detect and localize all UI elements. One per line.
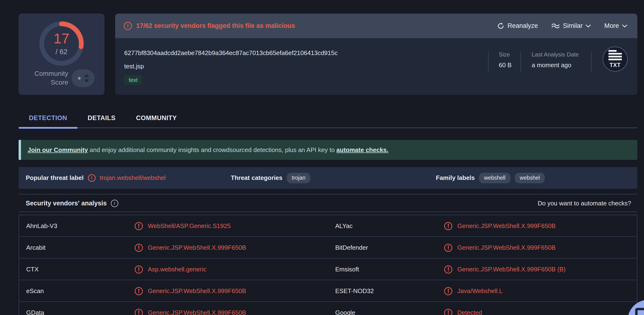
detection-result: ! Generic.JSP.WebShell.X.999F650B: [135, 237, 246, 259]
threat-classification-row: Popular threat label ! trojan.webshell/w…: [18, 167, 637, 189]
similar-button[interactable]: Similar: [551, 22, 591, 29]
divider: [488, 51, 488, 72]
divider: [18, 212, 637, 212]
table-row: AhnLab-V3 ! WebShell/ASP.Generic.S1925 A…: [19, 215, 637, 237]
family-label-pill[interactable]: webshell: [479, 173, 510, 183]
vendor-name: eScan: [26, 280, 44, 302]
detection-alert-bar: ! 17/62 security vendors flagged this fi…: [115, 13, 637, 38]
vendor-name: GData: [26, 302, 44, 315]
automate-checks-question[interactable]: Do you want to automate checks?: [538, 200, 637, 207]
file-hash: 6277bf8304aadcdd2aebe7842b9a364ec87ac701…: [124, 49, 338, 57]
table-row: Arcabit ! Generic.JSP.WebShell.X.999F650…: [19, 237, 637, 259]
detection-result: ! WebShell/ASP.Generic.S1925: [135, 215, 230, 237]
filetype-label: TXT: [610, 62, 621, 68]
alert-icon: !: [444, 266, 452, 274]
vendor-name: Google: [335, 302, 355, 315]
vote-down-icon[interactable]: [84, 79, 89, 83]
vendor-name: AhnLab-V3: [26, 215, 57, 237]
table-row: CTX ! Asp.webshell.generic Emsisoft ! Ge…: [19, 259, 637, 280]
family-labels-group: Family labels webshell webshel: [436, 167, 545, 189]
detection-result: ! Generic.JSP.WebShell.X.999F650B: [135, 302, 246, 315]
detection-result: ! Asp.webshell.generic: [135, 259, 206, 280]
last-analysis-label: Last Analysis Date: [532, 51, 579, 58]
banner-text: and enjoy additional community insights …: [88, 146, 336, 153]
alert-icon: !: [135, 287, 143, 295]
divider: [18, 194, 637, 194]
vendor-name: Arcabit: [26, 237, 46, 259]
size-label: Size: [499, 51, 512, 58]
community-vote-stepper[interactable]: [72, 69, 94, 87]
join-community-banner: Join our Community and enjoy additional …: [18, 140, 637, 160]
donut-center: 17 / 62: [44, 26, 79, 61]
vendor-name: BitDefender: [335, 237, 368, 259]
detection-result: ! Generic.JSP.WebShell.X.999F650B: [444, 215, 556, 237]
table-row: eScan ! Generic.JSP.WebShell.X.999F650B …: [19, 280, 637, 302]
community-score-label: Community Score: [34, 69, 68, 87]
alert-message: 17/62 security vendors flagged this file…: [136, 22, 295, 29]
file-tag-text[interactable]: text: [124, 75, 142, 85]
detection-result: ! Detected: [444, 302, 482, 315]
report-tabs: DETECTION DETAILS COMMUNITY: [18, 108, 637, 128]
threat-categories-label: Threat categories: [231, 174, 282, 182]
similar-icon: [551, 23, 560, 29]
alert-icon: !: [88, 174, 96, 182]
reanalyze-button[interactable]: Reanalyze: [497, 22, 538, 29]
tab-details[interactable]: DETAILS: [78, 108, 126, 127]
file-name: test.jsp: [124, 63, 144, 70]
family-label-pill[interactable]: webshel: [515, 173, 545, 183]
header-actions: Reanalyze Similar More: [497, 13, 627, 38]
detection-result: ! Java/Webshell.L: [444, 280, 502, 302]
donut-arc-cap: [59, 21, 64, 26]
vendors-analysis-header: Security vendors' analysis i Do you want…: [18, 195, 637, 211]
tab-community[interactable]: COMMUNITY: [126, 108, 187, 127]
alert-icon: !: [135, 309, 143, 315]
popular-threat-value: trojan.webshell/webshel: [100, 174, 166, 182]
community-score-card: 17 / 62 Community Score: [18, 13, 104, 95]
alert-icon: !: [444, 244, 452, 252]
vendors-analysis-table: AhnLab-V3 ! WebShell/ASP.Generic.S1925 A…: [18, 215, 637, 315]
window-icon: [635, 308, 644, 315]
file-size-block: Size 60 B: [499, 51, 512, 69]
size-value: 60 B: [499, 61, 512, 69]
more-button[interactable]: More: [604, 22, 627, 29]
detection-score-donut: 17 / 62: [39, 21, 84, 66]
vendor-name: ALYac: [335, 215, 353, 237]
table-row: GData ! Generic.JSP.WebShell.X.999F650B …: [19, 302, 637, 315]
threat-category-pill[interactable]: trojan: [287, 173, 311, 183]
detection-count: 17: [54, 31, 70, 46]
popular-threat-label-group: Popular threat label ! trojan.webshell/w…: [26, 167, 166, 189]
alert-icon: !: [135, 222, 143, 230]
detection-result: ! Generic.JSP.WebShell.X.999F650B: [444, 237, 556, 259]
vendors-analysis-title: Security vendors' analysis: [26, 200, 107, 207]
last-analysis-block: Last Analysis Date a moment ago: [532, 51, 579, 69]
info-icon[interactable]: i: [111, 200, 118, 207]
vendor-name: Emsisoft: [335, 259, 359, 280]
vote-dot-icon: [78, 77, 80, 80]
divider: [520, 51, 521, 72]
last-analysis-value: a moment ago: [532, 61, 579, 69]
alert-icon: !: [444, 287, 452, 295]
divider: [591, 51, 592, 72]
popular-threat-label: Popular threat label: [26, 174, 84, 182]
chevron-down-icon: [622, 24, 627, 28]
vendor-name: ESET-NOD32: [335, 280, 374, 302]
detection-total: / 62: [56, 48, 68, 56]
alert-icon: !: [124, 22, 132, 30]
automate-checks-link[interactable]: automate checks.: [336, 146, 388, 153]
donut-arc-cap: [79, 44, 84, 49]
vote-up-icon[interactable]: [84, 74, 89, 77]
virustotal-file-report-page: 17 / 62 Community Score ! 17/62 security…: [0, 0, 644, 315]
family-labels-label: Family labels: [436, 174, 475, 182]
file-summary-card: ! 17/62 security vendors flagged this fi…: [115, 13, 637, 95]
alert-icon: !: [135, 244, 143, 252]
join-community-link[interactable]: Join our Community: [28, 146, 88, 153]
detection-result: ! Generic.JSP.WebShell.X.999F650B: [135, 280, 246, 302]
tab-detection[interactable]: DETECTION: [18, 108, 78, 127]
alert-icon: !: [135, 266, 143, 274]
text-file-icon: [608, 50, 622, 60]
alert-icon: !: [444, 222, 452, 230]
filetype-badge: TXT: [602, 46, 628, 72]
vendor-name: CTX: [26, 259, 39, 280]
threat-categories-group: Threat categories trojan: [231, 167, 310, 189]
reanalyze-icon: [497, 22, 504, 29]
